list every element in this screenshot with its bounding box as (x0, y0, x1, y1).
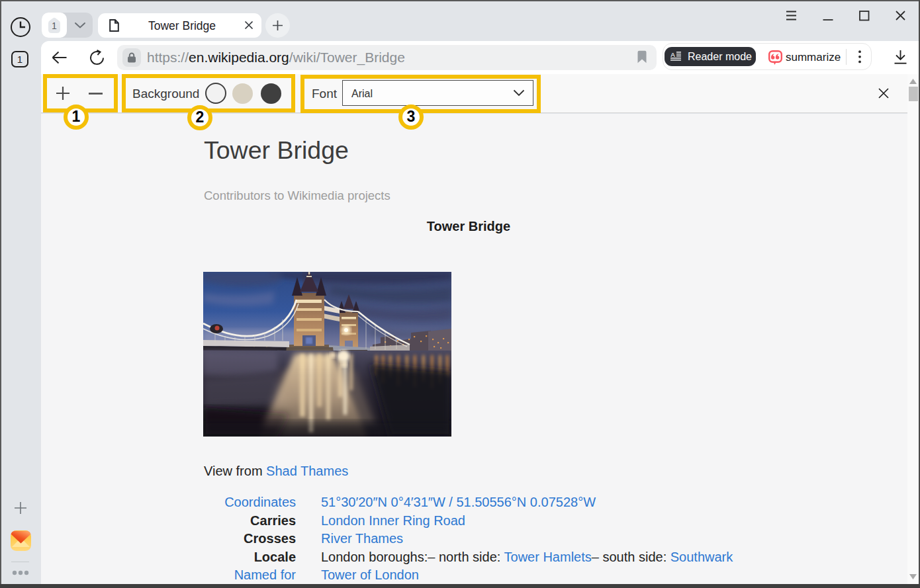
svg-text:1: 1 (52, 21, 57, 31)
svg-text:A: A (670, 52, 675, 58)
